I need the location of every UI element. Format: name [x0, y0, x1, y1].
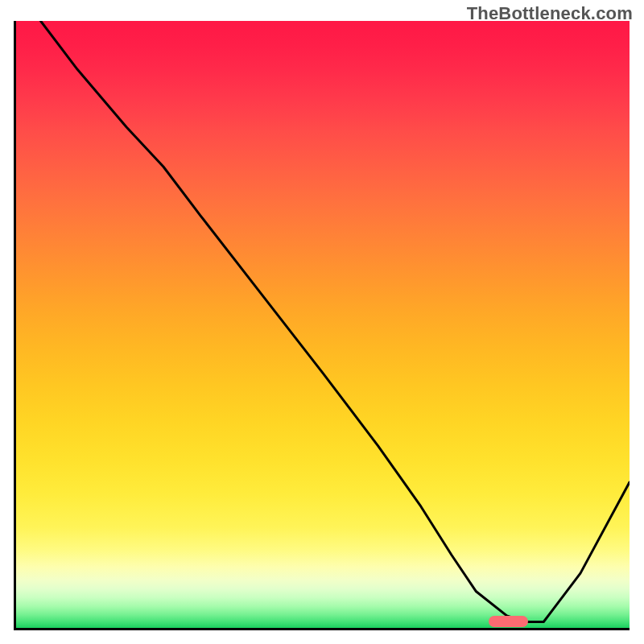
optimal-range-marker: [489, 616, 529, 627]
bottleneck-curve: [16, 21, 630, 628]
chart-axes-frame: [14, 21, 630, 630]
